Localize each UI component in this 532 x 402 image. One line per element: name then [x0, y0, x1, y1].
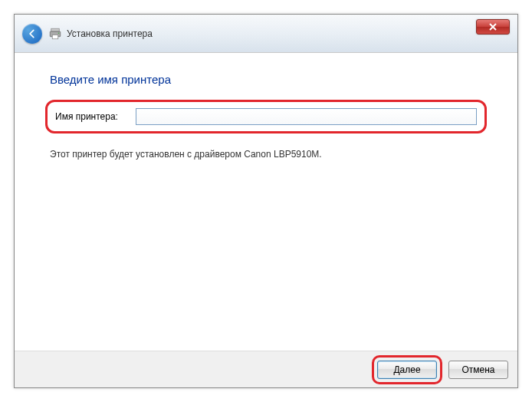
svg-rect-0: [51, 28, 60, 31]
svg-rect-2: [52, 35, 58, 38]
footer: Далее Отмена: [15, 351, 517, 387]
wizard-window: Установка принтера Введите имя принтера …: [14, 14, 518, 388]
titlebar: Установка принтера: [15, 15, 517, 53]
printer-icon: [48, 27, 62, 41]
page-heading: Введите имя принтера: [50, 73, 487, 86]
printer-name-input[interactable]: [136, 108, 477, 125]
printer-name-row: Имя принтера:: [45, 100, 487, 133]
next-highlight: Далее: [372, 355, 442, 384]
arrow-left-icon: [27, 28, 38, 39]
close-button[interactable]: [476, 19, 510, 35]
svg-point-3: [58, 32, 60, 34]
back-button[interactable]: [22, 24, 42, 44]
content-area: Введите имя принтера Имя принтера: Этот …: [15, 53, 517, 351]
cancel-button[interactable]: Отмена: [448, 361, 508, 379]
next-button[interactable]: Далее: [377, 361, 437, 379]
printer-name-label: Имя принтера:: [55, 111, 136, 122]
close-icon: [489, 23, 497, 31]
window-title: Установка принтера: [67, 28, 153, 39]
driver-info-text: Этот принтер будет установлен с драйверо…: [50, 149, 487, 160]
